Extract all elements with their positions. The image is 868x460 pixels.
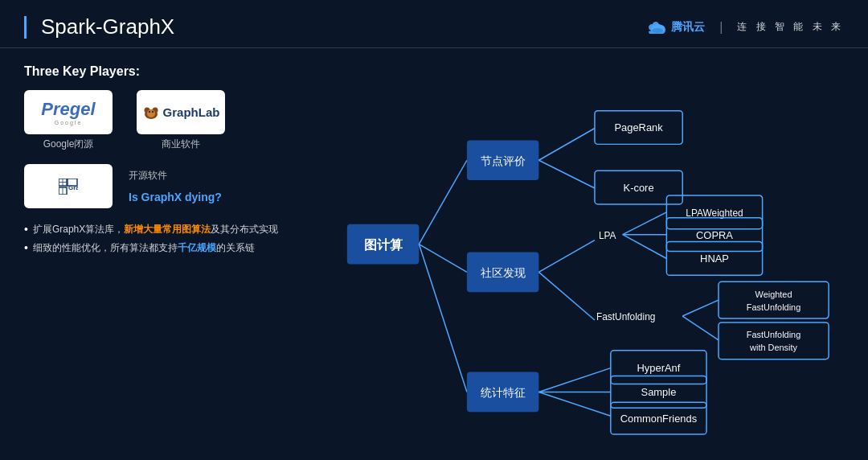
graphlab-item: GraphLab 商业软件 bbox=[137, 90, 225, 151]
bullet-2: • 细致的性能优化，所有算法都支持千亿规模的关系链 bbox=[24, 241, 313, 255]
tencent-cloud-logo: 腾讯云 bbox=[649, 20, 705, 35]
graphx-label: 开源软件 bbox=[129, 169, 222, 183]
weighted-fastunfolding-label2: FastUnfolding bbox=[747, 302, 800, 312]
sample-label: Sample bbox=[641, 386, 677, 398]
lpaweighted-label: LPAWeighted bbox=[686, 207, 743, 219]
weighted-fastunfolding-box bbox=[719, 281, 829, 318]
svg-line-22 bbox=[538, 240, 595, 273]
svg-point-9 bbox=[151, 110, 153, 112]
hnap-label: HNAP bbox=[700, 253, 729, 265]
hyperanf-label: HyperAnf bbox=[637, 362, 681, 374]
stat-label: 统计特征 bbox=[481, 386, 526, 399]
graphlab-logo-box: GraphLab bbox=[137, 90, 225, 134]
graphlab-icon bbox=[142, 105, 160, 121]
brand-divider: | bbox=[719, 20, 723, 35]
svg-line-29 bbox=[538, 368, 610, 392]
brand-name: 腾讯云 bbox=[671, 20, 705, 35]
svg-line-20 bbox=[538, 129, 595, 161]
pregel-label: Google闭源 bbox=[43, 138, 94, 151]
graphx-labels: 开源软件 Is GraphX dying? bbox=[129, 169, 222, 203]
svg-line-17 bbox=[419, 160, 467, 244]
pregel-sub-text: Google bbox=[55, 120, 83, 125]
kcore-label: K-core bbox=[624, 182, 654, 194]
pregel-logo-box: Pregel Google bbox=[24, 90, 113, 134]
community-label: 社区发现 bbox=[481, 266, 526, 279]
graphx-icon: GraphX bbox=[59, 179, 78, 195]
graphlab-logo-text: GraphLab bbox=[142, 105, 220, 121]
svg-line-24 bbox=[623, 212, 667, 235]
bullet-1: • 扩展GraphX算法库，新增大量常用图算法及其分布式实现 bbox=[24, 223, 313, 236]
graphx-dying: Is GraphX dying? bbox=[129, 191, 222, 203]
root-label: 图计算 bbox=[364, 238, 403, 252]
main-content: Three Key Players: Pregel Google Google闭… bbox=[0, 48, 868, 456]
left-panel: Three Key Players: Pregel Google Google闭… bbox=[24, 56, 313, 448]
svg-line-21 bbox=[538, 160, 595, 188]
pagerank-label: PageRank bbox=[614, 121, 663, 133]
lpa-label: LPA bbox=[599, 230, 616, 241]
logos-row: Pregel Google Google闭源 bbox=[24, 90, 313, 151]
fastunfolding-density-label: FastUnfolding bbox=[747, 330, 800, 339]
svg-line-28 bbox=[682, 316, 719, 340]
svg-line-27 bbox=[682, 300, 719, 316]
graphx-row: GraphX 开源软件 Is GraphX dying? bbox=[24, 164, 313, 208]
fastunfolding-density-box bbox=[719, 322, 829, 359]
header: Spark-GraphX 腾讯云 | 连 接 智 能 未 来 bbox=[0, 0, 868, 48]
svg-line-31 bbox=[538, 392, 610, 416]
copra-label: COPRA bbox=[696, 229, 733, 241]
graphx-logo-content: GraphX bbox=[59, 179, 78, 195]
graphlab-text: GraphLab bbox=[163, 105, 220, 119]
pregel-logo-text: Pregel bbox=[41, 99, 95, 120]
svg-text:GraphX: GraphX bbox=[68, 184, 78, 191]
page-title: Spark-GraphX bbox=[24, 14, 174, 39]
right-panel: 图计算 节点评价 PageRank K-core 社区发现 bbox=[330, 56, 844, 448]
svg-line-19 bbox=[419, 244, 467, 392]
graphx-logo-box: GraphX bbox=[24, 164, 113, 208]
svg-point-3 bbox=[652, 28, 663, 33]
graphlab-label: 商业软件 bbox=[162, 138, 200, 151]
brand-area: 腾讯云 | 连 接 智 能 未 来 bbox=[649, 20, 844, 35]
brand-slogan: 连 接 智 能 未 来 bbox=[737, 20, 844, 34]
pregel-item: Pregel Google Google闭源 bbox=[24, 90, 113, 151]
section-title: Three Key Players: bbox=[24, 64, 313, 79]
diagram-svg: 图计算 节点评价 PageRank K-core 社区发现 bbox=[330, 64, 844, 448]
cloud-icon bbox=[649, 21, 666, 34]
svg-line-26 bbox=[623, 235, 667, 259]
svg-line-23 bbox=[538, 272, 595, 320]
bullet-points: • 扩展GraphX算法库，新增大量常用图算法及其分布式实现 • 细致的性能优化… bbox=[24, 223, 313, 255]
commonfriends-label: CommonFriends bbox=[620, 413, 697, 425]
weighted-fastunfolding-label: Weighted bbox=[755, 290, 792, 299]
svg-point-7 bbox=[147, 109, 155, 117]
svg-point-8 bbox=[148, 110, 149, 112]
node-eval-label: 节点评价 bbox=[481, 154, 526, 167]
fastunfolding-density-label2: with Density bbox=[749, 343, 797, 352]
fastunfolding-label: FastUnfolding bbox=[596, 311, 655, 322]
